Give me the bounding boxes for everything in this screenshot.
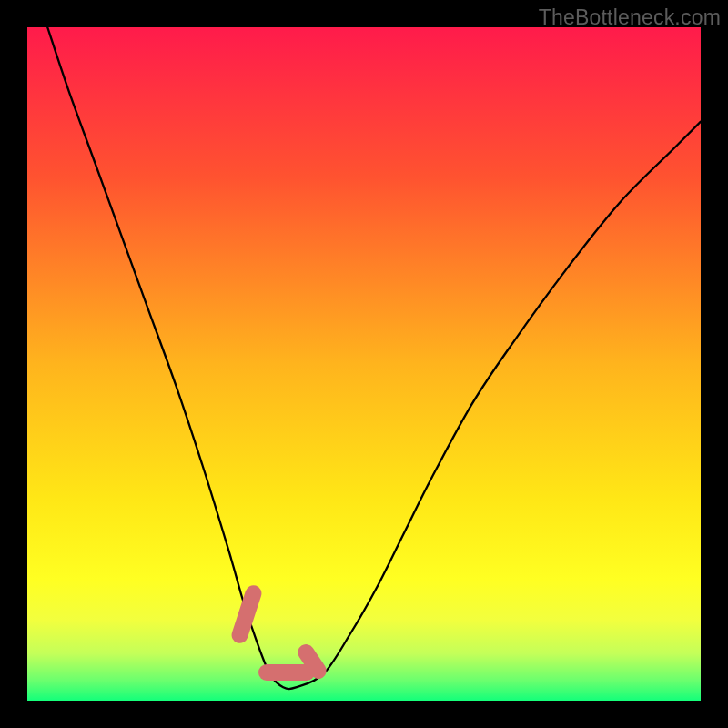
watermark-text: TheBottleneck.com [539, 5, 721, 30]
svg-rect-0 [27, 27, 701, 701]
background-gradient [27, 27, 701, 701]
plot-area [27, 27, 701, 701]
chart-frame: TheBottleneck.com [0, 0, 728, 728]
